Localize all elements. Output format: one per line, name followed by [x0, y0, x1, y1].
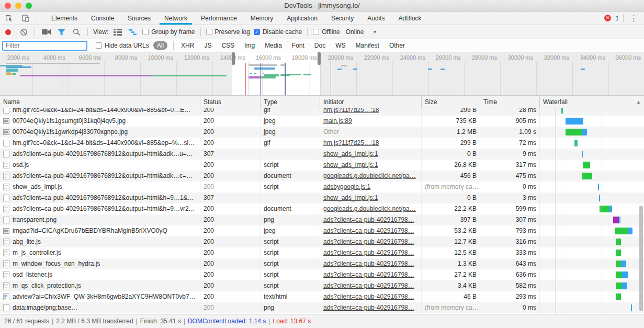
initiator-link[interactable]: adsbygoogle.js:1	[323, 183, 370, 190]
screenshot-icon[interactable]	[40, 27, 52, 37]
close-window-button[interactable]	[5, 3, 11, 9]
initiator-link[interactable]: hm.js?11f7d25…:18	[323, 139, 379, 146]
table-row[interactable]: adview?ai=ChIx3WF_QW-3kH8m6gwb82aXYC9HW8…	[0, 291, 644, 302]
column-header-initiator[interactable]: Initiator	[320, 96, 422, 108]
table-row[interactable]: hm.gif?cc=0&ck=1&cl=24-bit&ds=1440x900&v…	[0, 108, 644, 116]
initiator-link[interactable]: hm.js?11f7d25…:18	[323, 108, 379, 114]
initiator-link[interactable]: googleads.g.doubleclick.net/pa…	[323, 172, 416, 179]
table-row[interactable]: m_window_focus_non_hydra.js200scriptads?…	[0, 258, 644, 269]
initiator-link[interactable]: ads?client=ca-pub-402916798…	[323, 238, 414, 245]
tab-memory[interactable]: Memory	[244, 12, 280, 25]
tab-security[interactable]: Security	[324, 12, 360, 25]
initiator-link[interactable]: show_ads_impl.js:1	[323, 194, 378, 201]
initiator-link[interactable]: ads?client=ca-pub-402916798…	[323, 271, 414, 278]
table-row[interactable]: osd.js200scriptshow_ads_impl.js:126.8 KB…	[0, 160, 644, 171]
overview-tick-label: 8000 ms	[104, 54, 137, 61]
offline-checkbox[interactable]: Offline	[313, 28, 340, 36]
initiator-link[interactable]: ads?client=ca-pub-402916798…	[323, 216, 414, 223]
vertical-scrollbar[interactable]	[639, 206, 643, 311]
type-cell: script	[261, 280, 320, 291]
device-toolbar-icon[interactable]	[20, 13, 31, 24]
filter-type-xhr[interactable]: XHR	[179, 42, 196, 49]
filter-type-css[interactable]: CSS	[220, 42, 236, 49]
search-icon[interactable]	[71, 27, 82, 37]
initiator-link[interactable]: show_ads_impl.js:1	[323, 161, 378, 168]
table-row[interactable]: m_js_controller.js200scriptads?client=ca…	[0, 247, 644, 258]
filter-type-js[interactable]: JS	[202, 42, 213, 49]
table-row[interactable]: ads?client=ca-pub-4029167986768912&outpu…	[0, 203, 644, 214]
error-badge-icon[interactable]: ✕	[604, 15, 611, 21]
name-cell: 00704eQkly1fs1gwrkdp4j33070xgnpe.jpg	[0, 127, 200, 138]
filter-input[interactable]	[2, 41, 87, 51]
column-header-size[interactable]: Size	[422, 96, 480, 108]
table-row[interactable]: m_qs_click_protection.js200scriptads?cli…	[0, 280, 644, 291]
filter-type-doc[interactable]: Doc	[313, 42, 327, 49]
initiator-link[interactable]: ads?client=ca-pub-402916798…	[323, 260, 414, 267]
initiator-link[interactable]: main.js:89	[323, 117, 352, 125]
table-row[interactable]: osd_listener.js200scriptads?client=ca-pu…	[0, 269, 644, 280]
waterfall-bar	[609, 206, 612, 212]
list-view-icon[interactable]	[112, 27, 123, 37]
tab-elements[interactable]: Elements	[44, 12, 84, 25]
filter-type-font[interactable]: Font	[290, 42, 306, 49]
filter-type-media[interactable]: Media	[263, 42, 284, 49]
table-row[interactable]: hm.gif?cc=0&ck=1&cl=24-bit&ds=1440x900&v…	[0, 138, 644, 149]
table-row[interactable]: imgad?id=CICAgKDru67bEBDYBRhaMginB5rlXVO…	[0, 225, 644, 236]
table-row[interactable]: ads?client=ca-pub-4029167986768912&outpu…	[0, 171, 644, 182]
column-header-status[interactable]: Status	[200, 96, 261, 108]
tab-network[interactable]: Network	[157, 12, 194, 25]
disable-cache-checkbox[interactable]: Disable cache	[254, 28, 302, 36]
type-cell: text/html	[261, 291, 320, 302]
waterfall-view-icon[interactable]	[127, 27, 139, 37]
tab-application[interactable]: Application	[280, 12, 324, 25]
column-header-type[interactable]: Type	[261, 96, 320, 108]
initiator-link[interactable]: ads?client=ca-pub-402916798…	[323, 293, 414, 300]
tab-sources[interactable]: Sources	[121, 12, 157, 25]
overview-gridline	[248, 62, 249, 96]
record-icon[interactable]	[5, 29, 11, 35]
column-header-name[interactable]: Name	[0, 96, 200, 108]
overview-right-handle[interactable]	[318, 52, 321, 65]
filter-type-img[interactable]: Img	[243, 42, 256, 49]
error-count[interactable]: 1	[615, 15, 619, 22]
filter-type-all[interactable]: All	[153, 41, 167, 50]
filter-type-manifest[interactable]: Manifest	[354, 42, 381, 49]
tab-adblock[interactable]: AdBlock	[392, 12, 428, 25]
throttling-select[interactable]: Online	[346, 28, 364, 36]
table-row[interactable]: data:image/png;base…200pngads?client=ca-…	[0, 302, 644, 313]
table-row[interactable]: 00704eQkly1fs1gwrkdp4j33070xgnpe.jpg200j…	[0, 127, 644, 138]
initiator-link[interactable]: ads?client=ca-pub-402916798…	[323, 249, 414, 256]
column-header-time[interactable]: Time	[480, 96, 540, 108]
group-by-frame-checkbox[interactable]: Group by frame	[142, 28, 195, 36]
table-row[interactable]: ads?client=ca-pub-4029167986768912&outpu…	[0, 149, 644, 160]
zoom-window-button[interactable]	[26, 3, 32, 9]
inspect-icon[interactable]	[3, 13, 15, 24]
preserve-log-checkbox[interactable]: Preserve log	[206, 28, 250, 36]
clear-icon[interactable]	[18, 27, 29, 37]
timeline-overview[interactable]: 2000 ms4000 ms6000 ms8000 ms10000 ms1200…	[0, 52, 644, 96]
tab-console[interactable]: Console	[84, 12, 121, 25]
table-row[interactable]: 00704eQkly1fs1gsumgt0j31kq0j4qv5.jpg200j…	[0, 116, 644, 127]
column-header-waterfall[interactable]: Waterfall▲	[540, 96, 644, 108]
initiator-link[interactable]: ads?client=ca-pub-402916798…	[323, 304, 414, 311]
kebab-menu-icon[interactable]: ⋮	[628, 14, 640, 23]
table-row[interactable]: transparent.png200pngads?client=ca-pub-4…	[0, 214, 644, 225]
hide-data-urls-checkbox[interactable]: Hide data URLs	[96, 42, 149, 49]
status-cell: 200	[200, 138, 261, 149]
overview-left-handle[interactable]	[232, 52, 235, 65]
filter-funnel-icon[interactable]	[55, 27, 67, 37]
filter-type-other[interactable]: Other	[388, 42, 406, 49]
initiator-link[interactable]: ads?client=ca-pub-402916798…	[323, 282, 414, 289]
table-row[interactable]: abg_lite.js200scriptads?client=ca-pub-40…	[0, 236, 644, 247]
minimize-window-button[interactable]	[15, 3, 21, 9]
initiator-link[interactable]: ads?client=ca-pub-402916798…	[323, 227, 414, 234]
initiator-link[interactable]: show_ads_impl.js:1	[323, 150, 378, 157]
tab-performance[interactable]: Performance	[194, 12, 244, 25]
tab-audits[interactable]: Audits	[360, 12, 391, 25]
table-row[interactable]: show_ads_impl.js200scriptadsbygoogle.js:…	[0, 182, 644, 193]
table-row[interactable]: ads?client=ca-pub-4029167986768912&outpu…	[0, 193, 644, 203]
initiator-link[interactable]: googleads.g.doubleclick.net/pa…	[323, 205, 416, 212]
filter-type-ws[interactable]: WS	[334, 42, 347, 49]
name-cell: 00704eQkly1fs1gsumgt0j31kq0j4qv5.jpg	[0, 116, 200, 127]
dropdown-arrow-icon[interactable]: ▼	[372, 30, 377, 35]
